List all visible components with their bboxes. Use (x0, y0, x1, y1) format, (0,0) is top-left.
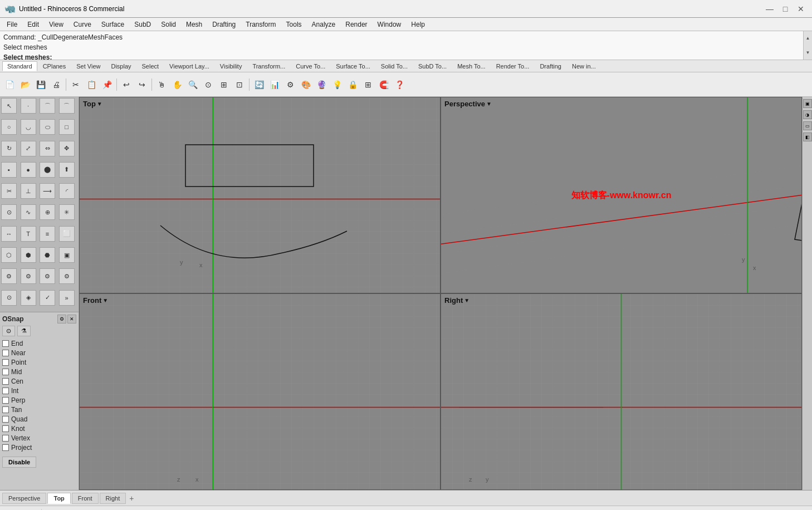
close-button[interactable]: ✕ (794, 2, 808, 16)
osnap-checkbox-project[interactable] (2, 444, 9, 451)
osnap-item-near[interactable]: Near (2, 349, 76, 357)
scale-tool[interactable]: ⤢ (21, 141, 36, 156)
toolbar-tab-standard[interactable]: Standard (2, 61, 37, 71)
menu-item-solid[interactable]: Solid (156, 19, 180, 30)
print-btn[interactable]: 🖨 (49, 77, 63, 92)
perspective-viewport[interactable]: Perspective ▼ (441, 97, 802, 293)
toolbar-tab-mesh-to---[interactable]: Mesh To... (452, 61, 491, 71)
grid-btn[interactable]: ⊞ (361, 77, 375, 92)
mesh-tool4[interactable]: ▣ (59, 247, 75, 263)
toolbar-tab-viewport-lay---[interactable]: Viewport Lay... (164, 61, 214, 71)
more-tools[interactable]: » (59, 290, 75, 306)
osnap-checkbox-tan[interactable] (2, 406, 9, 413)
right-viewport[interactable]: Right ▼ (441, 293, 802, 490)
join-tool[interactable]: ⊕ (40, 204, 55, 220)
rotate-btn[interactable]: 🔄 (252, 77, 266, 92)
osnap-checkbox-end[interactable] (2, 340, 9, 347)
material-btn[interactable]: 🔮 (314, 77, 329, 92)
osnap-close-btn[interactable]: ✕ (67, 315, 76, 323)
osnap-checkbox-perp[interactable] (2, 397, 9, 404)
tab-perspective[interactable]: Perspective (2, 493, 46, 504)
toolbar-tab-solid-to---[interactable]: Solid To... (376, 61, 413, 71)
osnap-checkbox-quad[interactable] (2, 416, 9, 423)
top-viewport-label[interactable]: Top ▼ (83, 100, 102, 108)
menu-item-tools[interactable]: Tools (282, 19, 306, 30)
cut-btn[interactable]: ✂ (69, 77, 83, 92)
titlebar-controls[interactable]: — □ ✕ (763, 2, 808, 16)
toolbar-tab-transform---[interactable]: Transform... (247, 61, 290, 71)
cmd-scroll-down[interactable]: ▼ (804, 46, 812, 60)
subd-tool3[interactable]: ⚙ (40, 268, 55, 284)
snap-btn[interactable]: 🧲 (376, 77, 391, 92)
osnap-disable-btn[interactable]: Disable (2, 457, 36, 468)
zoom-sel-btn[interactable]: ⊡ (232, 77, 247, 92)
menu-item-transform[interactable]: Transform (241, 19, 280, 30)
menu-item-view[interactable]: View (45, 19, 68, 30)
split-tool[interactable]: ⊥ (21, 183, 36, 199)
save-btn[interactable]: 💾 (33, 77, 48, 92)
mesh-tool3[interactable]: ⬣ (40, 247, 55, 263)
right-panel-btn3[interactable]: ▭ (803, 121, 812, 130)
osnap-checkbox-mid[interactable] (2, 369, 9, 375)
menu-item-window[interactable]: Window (373, 19, 406, 30)
top-viewport[interactable]: Top ▼ (79, 97, 441, 293)
ellipse-tool[interactable]: ⬭ (40, 119, 55, 135)
perspective-viewport-label[interactable]: Perspective ▼ (444, 100, 492, 108)
maximize-button[interactable]: □ (779, 2, 792, 16)
toolbar-tab-set-view[interactable]: Set View (71, 61, 105, 71)
menu-item-file[interactable]: File (2, 19, 22, 30)
select-btn[interactable]: 🖱 (154, 77, 169, 92)
add-tab-btn[interactable]: + (127, 494, 136, 503)
osnap-item-end[interactable]: End (2, 340, 76, 347)
toolbar-tab-display[interactable]: Display (106, 61, 136, 71)
zoom-win-btn[interactable]: ⊞ (217, 77, 231, 92)
text-tool[interactable]: T (21, 226, 36, 242)
block-tool[interactable]: ⬜ (59, 226, 75, 242)
menu-item-analyze[interactable]: Analyze (307, 19, 340, 30)
toolbar-tab-surface-to---[interactable]: Surface To... (331, 61, 375, 71)
osnap-item-cen[interactable]: Cen (2, 377, 76, 385)
pan-btn[interactable]: ✋ (170, 77, 184, 92)
explode-tool[interactable]: ✳ (59, 204, 75, 220)
mesh-tool1[interactable]: ⬡ (1, 247, 17, 263)
open-btn[interactable]: 📂 (18, 77, 32, 92)
menu-item-surface[interactable]: Surface (97, 19, 129, 30)
menu-item-drafting[interactable]: Drafting (208, 19, 240, 30)
osnap-item-point[interactable]: Point (2, 359, 76, 366)
rotate-tool[interactable]: ↻ (1, 141, 17, 156)
tab-front[interactable]: Front (72, 493, 99, 504)
osnap-checkbox-knot[interactable] (2, 425, 9, 432)
offset-tool[interactable]: ⊙ (1, 204, 17, 220)
layer-btn[interactable]: 📊 (267, 77, 282, 92)
osnap-checkbox-int[interactable] (2, 388, 9, 394)
minimize-button[interactable]: — (763, 2, 776, 16)
osnap-all-btn[interactable]: ⊙ (2, 326, 15, 336)
osnap-item-tan[interactable]: Tan (2, 406, 76, 414)
props-btn[interactable]: ⚙ (283, 77, 297, 92)
color-btn[interactable]: 🎨 (299, 77, 313, 92)
menu-item-mesh[interactable]: Mesh (182, 19, 207, 30)
toolbar-tab-visibility[interactable]: Visibility (215, 61, 247, 71)
menu-item-subd[interactable]: SubD (130, 19, 155, 30)
toolbar-tab-cplanes[interactable]: CPlanes (38, 61, 71, 71)
undo-btn[interactable]: ↩ (119, 77, 134, 92)
command-line3[interactable]: Select meshes: (3, 52, 809, 62)
move-tool[interactable]: ✥ (59, 141, 75, 156)
line-tool[interactable]: ⌒ (59, 98, 75, 114)
cmd-scroll-up[interactable]: ▲ (804, 31, 812, 46)
osnap-item-quad[interactable]: Quad (2, 415, 76, 423)
analyze-tool2[interactable]: ◈ (21, 290, 36, 306)
toolbar-tab-render-to---[interactable]: Render To... (491, 61, 535, 71)
redo-btn[interactable]: ↪ (135, 77, 149, 92)
sphere-tool[interactable]: ● (21, 162, 36, 178)
analyze-tool1[interactable]: ⊙ (1, 290, 17, 306)
hatch-tool[interactable]: ≡ (40, 226, 55, 242)
cylinder-tool[interactable]: ⬤ (40, 162, 55, 178)
osnap-checkbox-cen[interactable] (2, 378, 9, 385)
command-scrollbar[interactable]: ▲ ▼ (803, 31, 812, 60)
right-panel-btn1[interactable]: ▣ (803, 99, 812, 108)
tab-top[interactable]: Top (47, 493, 70, 504)
pt-tool[interactable]: · (21, 98, 36, 114)
osnap-filter-btn[interactable]: ⚗ (17, 326, 31, 336)
right-panel-btn2[interactable]: ◑ (803, 110, 812, 119)
